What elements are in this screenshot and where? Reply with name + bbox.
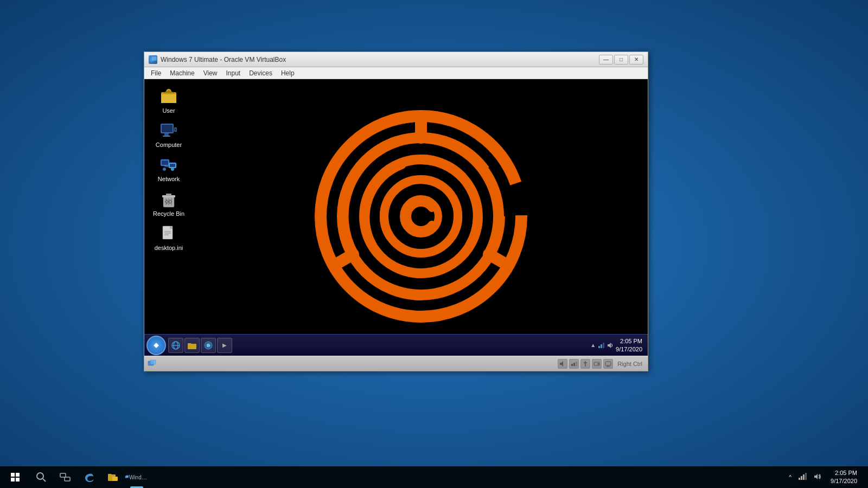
vbox-close-button[interactable]: ✕	[629, 55, 643, 65]
svg-point-15	[163, 168, 166, 171]
svg-rect-67	[65, 477, 70, 481]
vbox-storage-icon[interactable]	[592, 359, 602, 369]
menu-machine[interactable]: Machine	[165, 68, 199, 78]
win7-quicklaunch: ▶	[168, 338, 232, 353]
win7-systray-expand[interactable]: ▲	[590, 342, 596, 348]
host-desktop: Windows 7 Ultimate - Oracle VM VirtualBo…	[0, 0, 868, 488]
host-time: 2:05 PM	[831, 469, 857, 477]
host-volume-icon[interactable]	[811, 471, 824, 484]
menu-view[interactable]: View	[199, 68, 222, 78]
task-view-icon	[60, 472, 71, 483]
vbox-taskbar-icon	[125, 472, 129, 483]
ubuntu-maze-svg	[312, 108, 529, 325]
desktop-icon-user[interactable]: User	[150, 85, 188, 117]
svg-rect-6	[162, 125, 173, 132]
svg-rect-63	[16, 478, 20, 481]
menu-help[interactable]: Help	[277, 68, 299, 78]
host-network-status-icon	[798, 472, 807, 481]
recycle-bin-icon	[159, 190, 178, 209]
vbox-window: Windows 7 Ultimate - Oracle VM VirtualBo…	[144, 52, 648, 371]
user-icon	[159, 87, 178, 106]
vbox-minimize-button[interactable]: —	[599, 55, 613, 65]
menu-devices[interactable]: Devices	[245, 68, 277, 78]
volume-icon	[813, 472, 822, 481]
svg-rect-57	[605, 362, 611, 365]
search-icon	[36, 472, 47, 483]
win7-ie-button[interactable]	[168, 338, 183, 353]
network-status-icon	[571, 361, 577, 367]
svg-rect-75	[805, 473, 807, 480]
host-explorer-button[interactable]	[101, 466, 125, 488]
user-icon-label: User	[162, 107, 175, 114]
computer-icon-label: Computer	[156, 142, 182, 149]
win7-systray: ▲ 2:05 PM 9/17/2020	[587, 337, 646, 353]
svg-rect-66	[60, 473, 66, 477]
vbox-right-ctrl-label: Right Ctrl	[615, 361, 644, 367]
host-network-icon[interactable]	[796, 471, 809, 484]
svg-rect-73	[801, 476, 802, 480]
file-icon	[159, 224, 178, 243]
network-icon-label: Network	[158, 176, 180, 183]
desktop-icon-recycle-bin[interactable]: Recycle Bin	[150, 188, 188, 220]
host-task-view-button[interactable]	[53, 466, 77, 488]
svg-rect-12	[162, 160, 168, 165]
vbox-window-controls: — □ ✕	[599, 55, 643, 65]
svg-rect-10	[175, 129, 176, 131]
ubuntu-logo	[312, 108, 529, 327]
host-clock[interactable]: 2:05 PM 9/17/2020	[826, 469, 861, 486]
host-start-button[interactable]	[2, 466, 28, 488]
svg-rect-47	[603, 343, 604, 348]
svg-rect-50	[571, 364, 573, 366]
svg-rect-8	[163, 136, 170, 137]
svg-line-65	[43, 479, 46, 481]
host-systray-expand[interactable]: ^	[787, 473, 794, 481]
vm-screen[interactable]: User Computer	[144, 79, 648, 356]
menu-input[interactable]: Input	[222, 68, 245, 78]
recycle-bin-icon-label: Recycle Bin	[153, 210, 184, 217]
host-taskbar-icons: Windows 7 Ultimat...	[29, 466, 149, 488]
svg-rect-25	[170, 226, 173, 229]
vbox-icon	[149, 55, 157, 64]
win7-show-desktop-button[interactable]: ▶	[217, 338, 232, 353]
explorer-icon	[107, 471, 119, 483]
svg-rect-51	[573, 363, 575, 366]
network-icon	[159, 155, 178, 175]
svg-rect-45	[598, 346, 600, 348]
win7-start-orb	[151, 341, 161, 350]
win7-folder-button[interactable]	[184, 338, 200, 353]
host-date: 9/17/2020	[831, 477, 857, 485]
display-icon	[605, 361, 611, 367]
desktop-icon-network[interactable]: Network	[150, 153, 188, 185]
vbox-network-icon[interactable]	[569, 359, 579, 369]
win7-start-button[interactable]	[146, 336, 166, 355]
vbox-usb-icon[interactable]	[580, 359, 590, 369]
host-edge-button[interactable]	[77, 466, 101, 488]
host-search-button[interactable]	[29, 466, 53, 488]
win7-network-icon	[597, 342, 605, 349]
desktop-icons-container: User Computer	[150, 85, 188, 254]
svg-rect-61	[16, 473, 20, 477]
vbox-title: Windows 7 Ultimate - Oracle VM VirtualBo…	[161, 56, 599, 63]
win7-media-button[interactable]	[201, 338, 216, 353]
computer-icon	[159, 121, 178, 140]
ie-icon	[171, 341, 181, 350]
vbox-status-icons	[558, 359, 613, 369]
svg-rect-1	[151, 56, 157, 61]
desktop-icon-desktop-ini[interactable]: desktop.ini	[150, 222, 188, 254]
menu-file[interactable]: File	[146, 68, 165, 78]
desktop-ini-label: desktop.ini	[155, 245, 183, 252]
storage-icon	[593, 361, 600, 367]
folder-icon	[187, 341, 197, 350]
desktop-icon-computer[interactable]: Computer	[150, 119, 188, 151]
svg-rect-49	[150, 360, 156, 364]
svg-point-29	[321, 116, 521, 317]
win7-date: 9/17/2020	[616, 345, 642, 353]
svg-point-64	[37, 473, 43, 479]
arrow-icon: ▶	[222, 342, 227, 348]
svg-rect-72	[799, 478, 800, 480]
vbox-audio-icon[interactable]	[558, 359, 567, 369]
host-win7-taskbar-item[interactable]: Windows 7 Ultimat...	[125, 466, 149, 488]
vbox-display-icon[interactable]	[603, 359, 613, 369]
vbox-maximize-button[interactable]: □	[614, 55, 628, 65]
win7-clock[interactable]: 2:05 PM 9/17/2020	[616, 337, 642, 353]
